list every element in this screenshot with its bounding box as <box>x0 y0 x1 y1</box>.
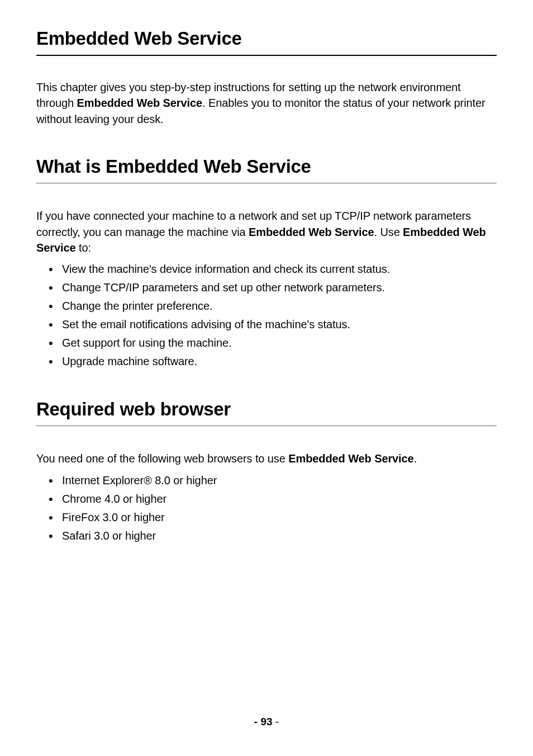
list-item: FireFox 3.0 or higher <box>49 509 497 526</box>
list-item: Set the email notifications advising of … <box>49 316 497 333</box>
section2-paragraph: You need one of the following web browse… <box>36 451 497 466</box>
page-number: - 93 - <box>0 716 533 728</box>
document-page: Embedded Web Service This chapter gives … <box>0 0 533 756</box>
section1-paragraph: If you have connected your machine to a … <box>36 208 497 256</box>
intro-text-bold: Embedded Web Service <box>77 97 202 109</box>
s2-b1: Embedded Web Service <box>288 452 413 465</box>
list-item: Chrome 4.0 or higher <box>49 491 497 507</box>
list-item: Upgrade machine software. <box>49 353 497 370</box>
page-number-dash-left: - <box>254 716 261 727</box>
list-item: Get support for using the machine. <box>49 335 497 351</box>
list-item: Change the printer preference. <box>49 298 497 314</box>
s1-t2: . Use <box>374 226 403 238</box>
section-heading-required-browser: Required web browser <box>36 399 497 426</box>
s2-t2: . <box>414 452 417 465</box>
s1-b1: Embedded Web Service <box>249 226 374 238</box>
list-item: View the machine's device information an… <box>49 261 497 277</box>
section-heading-what-is: What is Embedded Web Service <box>36 156 497 183</box>
section2-list: Internet Explorer® 8.0 or higher Chrome … <box>36 472 497 544</box>
page-number-value: 93 <box>260 716 272 727</box>
list-item: Change TCP/IP parameters and set up othe… <box>49 280 497 296</box>
intro-paragraph: This chapter gives you step-by-step inst… <box>36 79 497 127</box>
page-title: Embedded Web Service <box>36 28 497 56</box>
page-number-dash-right: - <box>273 716 279 727</box>
list-item: Safari 3.0 or higher <box>49 528 497 544</box>
s1-t3: to: <box>75 242 91 254</box>
s2-t1: You need one of the following web browse… <box>36 452 288 465</box>
list-item: Internet Explorer® 8.0 or higher <box>49 472 497 489</box>
section1-list: View the machine's device information an… <box>36 261 497 370</box>
